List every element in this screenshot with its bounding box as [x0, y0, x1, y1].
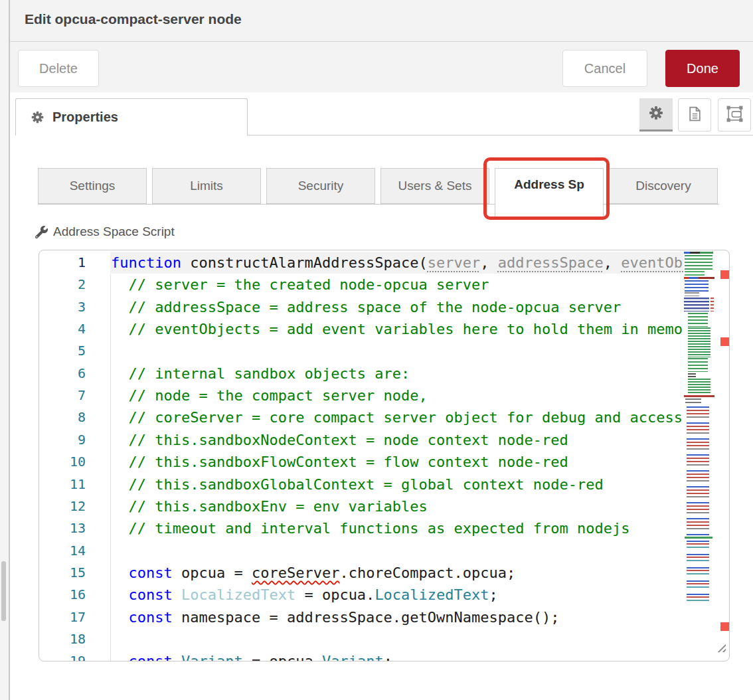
code-line: const opcua = coreServer.choreCompact.op… — [111, 562, 515, 584]
tab-address-space[interactable]: Address Sp — [495, 168, 604, 219]
minimap-section — [688, 373, 696, 377]
tab-settings[interactable]: Settings — [38, 168, 147, 204]
minimap-section — [685, 398, 701, 405]
minimap-section — [688, 358, 708, 372]
code-line: // coreServer = core compact server obje… — [111, 406, 685, 428]
line-number: 18 — [39, 628, 86, 650]
minimap-section — [688, 327, 711, 357]
settings-tabs: Settings Limits Security Users & Sets Ad… — [38, 168, 719, 220]
dialog-button-row: Delete Cancel Done — [10, 42, 753, 92]
code-line: // timeout and interval functions as exp… — [111, 517, 629, 539]
code-line: const LocalizedText = opcua.LocalizedTex… — [111, 584, 498, 606]
tab-security[interactable]: Security — [266, 168, 375, 204]
dialog-title: Edit opcua-compact-server node — [25, 11, 242, 27]
section-label-text: Address Space Script — [53, 224, 175, 239]
tab-limits[interactable]: Limits — [152, 168, 261, 204]
address-space-script-label: Address Space Script — [35, 224, 175, 239]
code-line: // node = the compact server node, — [111, 385, 428, 406]
code-line: // internal sandbox objects are: — [111, 363, 410, 385]
line-number: 14 — [39, 540, 86, 562]
tabs-underline — [38, 204, 719, 205]
line-number: 16 — [39, 584, 86, 606]
code-line: // addressSpace = address space of the n… — [111, 296, 621, 318]
wrench-icon — [35, 226, 48, 238]
screen: Edit opcua-compact-server node Delete Ca… — [0, 0, 753, 700]
line-number: 7 — [39, 385, 86, 406]
error-marker — [720, 270, 729, 279]
edit-appearance-button[interactable] — [718, 98, 751, 131]
line-number: 4 — [39, 318, 86, 340]
address-space-script-editor[interactable]: 12345678910111213141516171819 function c… — [39, 250, 730, 661]
error-marker — [720, 622, 729, 631]
code-line: const Variant = opcua.Variant; — [111, 650, 392, 661]
tab-address-space-label: Address Sp — [514, 177, 584, 192]
error-marker — [720, 337, 729, 346]
line-number: 2 — [39, 274, 86, 296]
gear-icon — [648, 105, 664, 124]
code-line: // this.sandboxNodeContext = node contex… — [111, 429, 568, 451]
minimap-section — [684, 252, 713, 254]
minimap-section — [685, 292, 699, 296]
code-line: // server = the created node-opcua serve… — [111, 274, 489, 296]
line-number: 8 — [39, 406, 86, 428]
minimap-section — [685, 280, 709, 292]
code-line: // this.sandboxFlowContext = flow contex… — [111, 451, 568, 473]
minimap-section — [685, 537, 712, 539]
minimap-section — [684, 395, 714, 397]
minimap-section — [684, 277, 714, 279]
minimap-section — [688, 379, 711, 394]
code-line: const namespace = addressSpace.getOwnNam… — [111, 606, 560, 628]
line-number: 15 — [39, 562, 86, 584]
overview-ruler — [714, 250, 729, 661]
code-line: // eventObjects = add event variables he… — [111, 318, 685, 340]
line-number: 5 — [39, 340, 86, 362]
line-number: 6 — [39, 363, 86, 385]
page-scrollbar-thumb[interactable] — [1, 561, 6, 621]
line-number: 1 — [39, 252, 86, 274]
line-number: 9 — [39, 429, 86, 451]
code-line: // this.sandboxEnv = env variables — [111, 495, 428, 517]
editor-gutter: 12345678910111213141516171819 — [39, 250, 110, 661]
gear-icon — [31, 110, 44, 124]
minimap-section — [687, 406, 709, 535]
code-line: function constructAlarmAddressSpace(serv… — [111, 252, 685, 274]
minimap-section — [711, 298, 714, 311]
document-icon — [687, 106, 703, 125]
minimap-section — [688, 313, 708, 327]
edit-properties-button[interactable] — [639, 98, 673, 131]
minimap-section — [685, 255, 712, 271]
line-number: 10 — [39, 451, 86, 473]
dialog-header: Edit opcua-compact-server node — [10, 0, 753, 42]
line-number: 13 — [39, 517, 86, 539]
line-number: 11 — [39, 474, 86, 495]
minimap[interactable] — [683, 251, 714, 660]
minimap-section — [685, 271, 705, 277]
done-button[interactable]: Done — [665, 50, 740, 87]
cancel-button[interactable]: Cancel — [562, 50, 647, 87]
minimap-section — [687, 541, 709, 606]
editor-code[interactable]: function constructAlarmAddressSpace(serv… — [111, 250, 685, 661]
properties-row-divider — [248, 135, 753, 135]
edit-node-dialog: Edit opcua-compact-server node Delete Ca… — [9, 0, 753, 700]
edit-description-button[interactable] — [678, 98, 711, 131]
minimap-section — [684, 298, 709, 311]
tab-discovery[interactable]: Discovery — [609, 168, 718, 204]
tab-users-sets[interactable]: Users & Sets — [380, 168, 489, 204]
delete-button[interactable]: Delete — [18, 50, 99, 87]
workspace-edge — [0, 0, 9, 700]
code-line: // this.sandboxGlobalContext = global co… — [111, 474, 604, 495]
node-appearance-icon — [726, 105, 744, 126]
line-number: 12 — [39, 495, 86, 517]
line-number: 3 — [39, 296, 86, 318]
properties-tab-label: Properties — [52, 110, 118, 125]
line-number: 17 — [39, 606, 86, 628]
line-number: 19 — [39, 650, 86, 661]
tab-properties[interactable]: Properties — [15, 98, 248, 135]
